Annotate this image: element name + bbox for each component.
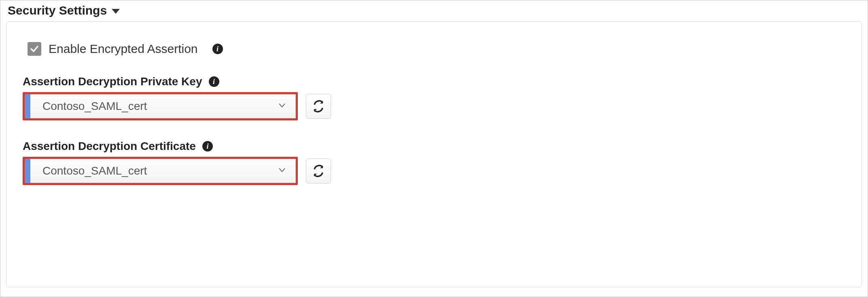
- enable-encrypted-assertion-label: Enable Encrypted Assertion: [49, 42, 198, 56]
- info-icon[interactable]: i: [209, 76, 219, 87]
- refresh-icon: [312, 164, 325, 177]
- chevron-down-icon: [278, 166, 287, 176]
- private-key-refresh-button[interactable]: [306, 94, 331, 119]
- certificate-select[interactable]: Contoso_SAML_cert: [23, 157, 298, 185]
- section-body: Enable Encrypted Assertion i Assertion D…: [6, 21, 862, 287]
- private-key-value: Contoso_SAML_cert: [42, 100, 147, 113]
- private-key-label-row: Assertion Decryption Private Key i: [23, 75, 845, 88]
- refresh-icon: [312, 100, 325, 113]
- select-accent-bar: [25, 159, 30, 183]
- certificate-field: Assertion Decryption Certificate i Conto…: [23, 140, 845, 185]
- checkmark-icon: [30, 44, 39, 54]
- certificate-select-row: Contoso_SAML_cert: [23, 157, 845, 185]
- select-inner: Contoso_SAML_cert: [30, 94, 296, 118]
- caret-down-icon: [112, 9, 120, 14]
- security-settings-panel: Security Settings Enable Encrypted Asser…: [0, 0, 868, 297]
- select-accent-bar: [25, 94, 30, 118]
- info-icon[interactable]: i: [212, 44, 223, 54]
- private-key-field: Assertion Decryption Private Key i Conto…: [23, 75, 845, 120]
- certificate-value: Contoso_SAML_cert: [42, 164, 147, 177]
- private-key-select[interactable]: Contoso_SAML_cert: [23, 92, 298, 120]
- enable-encrypted-assertion-row: Enable Encrypted Assertion i: [28, 42, 845, 56]
- info-icon[interactable]: i: [202, 141, 213, 152]
- chevron-down-icon: [278, 101, 287, 112]
- private-key-label: Assertion Decryption Private Key: [23, 75, 202, 88]
- certificate-refresh-button[interactable]: [306, 158, 331, 183]
- certificate-label: Assertion Decryption Certificate: [23, 140, 196, 153]
- select-inner: Contoso_SAML_cert: [30, 159, 296, 183]
- certificate-label-row: Assertion Decryption Certificate i: [23, 140, 845, 153]
- private-key-select-row: Contoso_SAML_cert: [23, 92, 845, 120]
- section-title: Security Settings: [8, 4, 107, 17]
- section-header[interactable]: Security Settings: [0, 0, 868, 19]
- enable-encrypted-assertion-checkbox[interactable]: [28, 42, 41, 56]
